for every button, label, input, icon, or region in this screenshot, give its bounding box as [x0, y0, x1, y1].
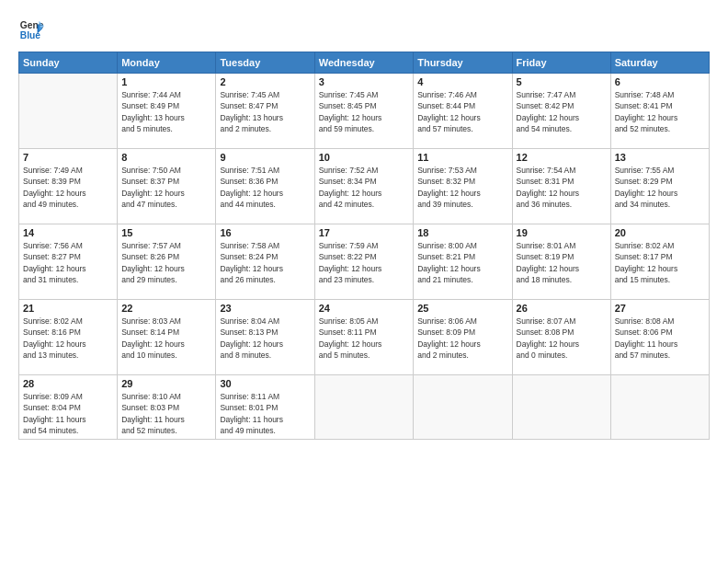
calendar-cell: 29Sunrise: 8:10 AM Sunset: 8:03 PM Dayli… [118, 375, 216, 440]
day-number: 19 [517, 227, 607, 238]
calendar-table: SundayMondayTuesdayWednesdayThursdayFrid… [18, 52, 710, 440]
day-number: 17 [319, 227, 409, 238]
calendar-cell: 27Sunrise: 8:08 AM Sunset: 8:06 PM Dayli… [610, 300, 709, 375]
calendar-cell: 22Sunrise: 8:03 AM Sunset: 8:14 PM Dayli… [118, 300, 216, 375]
day-info: Sunrise: 8:05 AM Sunset: 8:11 PM Dayligh… [319, 316, 409, 361]
weekday-header: Tuesday [216, 52, 314, 74]
day-number: 26 [517, 303, 607, 314]
day-number: 12 [517, 152, 607, 163]
day-number: 9 [220, 152, 310, 163]
day-number: 5 [517, 76, 607, 87]
logo-icon: General Blue [18, 17, 44, 42]
day-number: 6 [615, 76, 705, 87]
day-info: Sunrise: 7:58 AM Sunset: 8:24 PM Dayligh… [220, 240, 310, 285]
calendar-cell: 6Sunrise: 7:48 AM Sunset: 8:41 PM Daylig… [610, 74, 709, 149]
calendar-week-row: 21Sunrise: 8:02 AM Sunset: 8:16 PM Dayli… [19, 300, 710, 375]
calendar-cell: 1Sunrise: 7:44 AM Sunset: 8:49 PM Daylig… [118, 74, 216, 149]
day-number: 11 [417, 152, 507, 163]
day-info: Sunrise: 8:04 AM Sunset: 8:13 PM Dayligh… [220, 316, 310, 361]
weekday-header: Sunday [19, 52, 118, 74]
day-info: Sunrise: 7:52 AM Sunset: 8:34 PM Dayligh… [319, 165, 409, 210]
day-info: Sunrise: 7:57 AM Sunset: 8:26 PM Dayligh… [121, 240, 211, 285]
calendar-cell: 8Sunrise: 7:50 AM Sunset: 8:37 PM Daylig… [118, 149, 216, 224]
day-number: 1 [121, 76, 211, 87]
day-number: 8 [121, 152, 211, 163]
calendar-cell: 9Sunrise: 7:51 AM Sunset: 8:36 PM Daylig… [216, 149, 314, 224]
day-info: Sunrise: 7:54 AM Sunset: 8:31 PM Dayligh… [517, 165, 607, 210]
day-info: Sunrise: 8:01 AM Sunset: 8:19 PM Dayligh… [517, 240, 607, 285]
day-number: 14 [23, 227, 113, 238]
day-info: Sunrise: 8:03 AM Sunset: 8:14 PM Dayligh… [121, 316, 211, 361]
calendar-cell: 12Sunrise: 7:54 AM Sunset: 8:31 PM Dayli… [512, 149, 610, 224]
day-number: 4 [417, 76, 507, 87]
calendar-week-row: 7Sunrise: 7:49 AM Sunset: 8:39 PM Daylig… [19, 149, 710, 224]
calendar-week-row: 1Sunrise: 7:44 AM Sunset: 8:49 PM Daylig… [19, 74, 710, 149]
day-number: 27 [615, 303, 705, 314]
day-info: Sunrise: 8:10 AM Sunset: 8:03 PM Dayligh… [121, 391, 211, 436]
calendar-week-row: 28Sunrise: 8:09 AM Sunset: 8:04 PM Dayli… [19, 375, 710, 440]
calendar-cell: 17Sunrise: 7:59 AM Sunset: 8:22 PM Dayli… [314, 224, 413, 300]
calendar-cell: 28Sunrise: 8:09 AM Sunset: 8:04 PM Dayli… [19, 375, 118, 440]
calendar-cell: 14Sunrise: 7:56 AM Sunset: 8:27 PM Dayli… [19, 224, 118, 300]
day-info: Sunrise: 7:51 AM Sunset: 8:36 PM Dayligh… [220, 165, 310, 210]
day-info: Sunrise: 8:06 AM Sunset: 8:09 PM Dayligh… [417, 316, 507, 361]
weekday-header: Friday [512, 52, 610, 74]
day-info: Sunrise: 8:09 AM Sunset: 8:04 PM Dayligh… [23, 391, 113, 436]
day-info: Sunrise: 7:45 AM Sunset: 8:47 PM Dayligh… [220, 89, 310, 134]
day-number: 3 [319, 76, 409, 87]
day-number: 15 [121, 227, 211, 238]
calendar-cell [414, 375, 512, 440]
day-number: 21 [23, 303, 113, 314]
day-info: Sunrise: 8:08 AM Sunset: 8:06 PM Dayligh… [615, 316, 705, 361]
logo: General Blue [18, 17, 44, 42]
day-number: 29 [121, 378, 211, 389]
day-info: Sunrise: 7:59 AM Sunset: 8:22 PM Dayligh… [319, 240, 409, 285]
calendar-cell: 21Sunrise: 8:02 AM Sunset: 8:16 PM Dayli… [19, 300, 118, 375]
day-number: 24 [319, 303, 409, 314]
day-number: 2 [220, 76, 310, 87]
weekday-header: Wednesday [314, 52, 413, 74]
calendar-cell: 3Sunrise: 7:45 AM Sunset: 8:45 PM Daylig… [314, 74, 413, 149]
calendar-cell: 5Sunrise: 7:47 AM Sunset: 8:42 PM Daylig… [512, 74, 610, 149]
calendar-cell [512, 375, 610, 440]
day-info: Sunrise: 8:11 AM Sunset: 8:01 PM Dayligh… [220, 391, 310, 436]
calendar-cell [19, 74, 118, 149]
page-header: General Blue [18, 17, 710, 42]
calendar-cell: 10Sunrise: 7:52 AM Sunset: 8:34 PM Dayli… [314, 149, 413, 224]
calendar-cell: 4Sunrise: 7:46 AM Sunset: 8:44 PM Daylig… [414, 74, 512, 149]
calendar-cell: 7Sunrise: 7:49 AM Sunset: 8:39 PM Daylig… [19, 149, 118, 224]
day-info: Sunrise: 7:53 AM Sunset: 8:32 PM Dayligh… [417, 165, 507, 210]
day-number: 23 [220, 303, 310, 314]
day-number: 20 [615, 227, 705, 238]
day-number: 18 [417, 227, 507, 238]
day-info: Sunrise: 7:46 AM Sunset: 8:44 PM Dayligh… [417, 89, 507, 134]
day-info: Sunrise: 7:50 AM Sunset: 8:37 PM Dayligh… [121, 165, 211, 210]
day-info: Sunrise: 8:00 AM Sunset: 8:21 PM Dayligh… [417, 240, 507, 285]
calendar-cell: 13Sunrise: 7:55 AM Sunset: 8:29 PM Dayli… [610, 149, 709, 224]
calendar-cell: 20Sunrise: 8:02 AM Sunset: 8:17 PM Dayli… [610, 224, 709, 300]
day-number: 28 [23, 378, 113, 389]
day-number: 13 [615, 152, 705, 163]
calendar-cell: 25Sunrise: 8:06 AM Sunset: 8:09 PM Dayli… [414, 300, 512, 375]
day-info: Sunrise: 7:45 AM Sunset: 8:45 PM Dayligh… [319, 89, 409, 134]
weekday-header: Saturday [610, 52, 709, 74]
day-info: Sunrise: 8:02 AM Sunset: 8:16 PM Dayligh… [23, 316, 113, 361]
weekday-header-row: SundayMondayTuesdayWednesdayThursdayFrid… [19, 52, 710, 74]
calendar-cell: 11Sunrise: 7:53 AM Sunset: 8:32 PM Dayli… [414, 149, 512, 224]
calendar-cell: 2Sunrise: 7:45 AM Sunset: 8:47 PM Daylig… [216, 74, 314, 149]
day-number: 7 [23, 152, 113, 163]
day-info: Sunrise: 7:49 AM Sunset: 8:39 PM Dayligh… [23, 165, 113, 210]
weekday-header: Monday [118, 52, 216, 74]
calendar-week-row: 14Sunrise: 7:56 AM Sunset: 8:27 PM Dayli… [19, 224, 710, 300]
day-info: Sunrise: 7:56 AM Sunset: 8:27 PM Dayligh… [23, 240, 113, 285]
calendar-cell: 30Sunrise: 8:11 AM Sunset: 8:01 PM Dayli… [216, 375, 314, 440]
weekday-header: Thursday [414, 52, 512, 74]
day-number: 22 [121, 303, 211, 314]
calendar-cell: 24Sunrise: 8:05 AM Sunset: 8:11 PM Dayli… [314, 300, 413, 375]
day-info: Sunrise: 7:47 AM Sunset: 8:42 PM Dayligh… [517, 89, 607, 134]
calendar-cell: 18Sunrise: 8:00 AM Sunset: 8:21 PM Dayli… [414, 224, 512, 300]
day-number: 10 [319, 152, 409, 163]
calendar-cell: 26Sunrise: 8:07 AM Sunset: 8:08 PM Dayli… [512, 300, 610, 375]
day-info: Sunrise: 7:48 AM Sunset: 8:41 PM Dayligh… [615, 89, 705, 134]
calendar-cell: 23Sunrise: 8:04 AM Sunset: 8:13 PM Dayli… [216, 300, 314, 375]
